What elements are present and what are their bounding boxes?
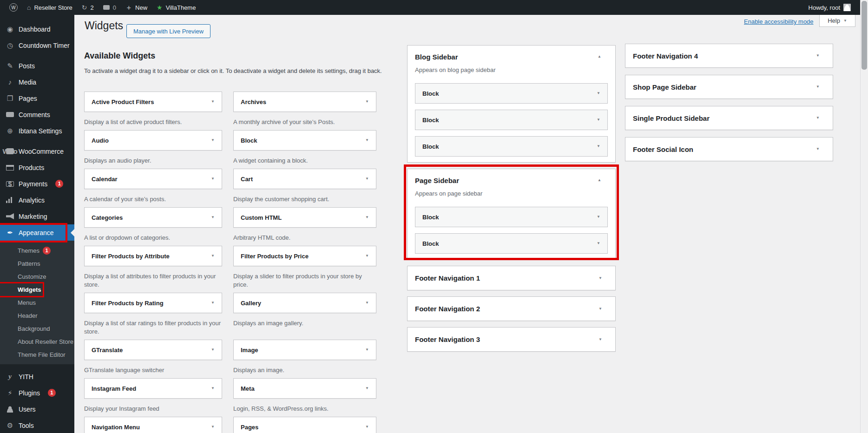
sidebar-card-footer-navigation-3[interactable]: Footer Navigation 3▼ bbox=[407, 327, 616, 352]
sidebar-card-header[interactable]: Page Sidebar▲ bbox=[415, 177, 608, 184]
chevron-down-icon[interactable]: ▼ bbox=[211, 216, 215, 219]
widget-card-categories[interactable]: Categories▼ bbox=[84, 207, 222, 228]
chevron-down-icon[interactable]: ▼ bbox=[816, 147, 820, 151]
updates-menu[interactable]: ↻ 2 bbox=[77, 0, 99, 15]
sidebar-subitem-about-reseller-store[interactable]: About Reseller Store bbox=[0, 335, 74, 348]
sidebar-item-pages[interactable]: ❐Pages bbox=[0, 90, 74, 106]
sidebar-item-analytics[interactable]: Analytics bbox=[0, 192, 74, 208]
new-content-menu[interactable]: ＋ New bbox=[121, 0, 152, 15]
sidebar-card-footer-social-icon[interactable]: Footer Social Icon▼ bbox=[625, 137, 833, 161]
chevron-down-icon[interactable]: ▼ bbox=[598, 338, 602, 341]
chevron-down-icon[interactable]: ▼ bbox=[597, 242, 600, 245]
sidebar-card-footer-navigation-4[interactable]: Footer Navigation 4▼ bbox=[625, 44, 833, 68]
widget-card-meta[interactable]: Meta▼ bbox=[233, 378, 376, 399]
chevron-down-icon[interactable]: ▼ bbox=[598, 276, 602, 280]
chevron-down-icon[interactable]: ▼ bbox=[211, 100, 215, 104]
chevron-down-icon[interactable]: ▼ bbox=[365, 216, 369, 219]
widget-card-gtranslate[interactable]: GTranslate▼ bbox=[84, 340, 222, 360]
site-name-menu[interactable]: ⌂ Reseller Store bbox=[22, 0, 77, 15]
sidebar-item-payments[interactable]: $Payments1 bbox=[0, 176, 74, 192]
chevron-down-icon[interactable]: ▼ bbox=[365, 177, 369, 181]
chevron-down-icon[interactable]: ▼ bbox=[597, 215, 600, 219]
villatheme-menu[interactable]: ★ VillaTheme bbox=[152, 0, 200, 15]
widget-card-filter-products-by-rating[interactable]: Filter Products by Rating▼ bbox=[84, 293, 222, 313]
sidebar-card-single-product-sidebar[interactable]: Single Product Sidebar▼ bbox=[625, 106, 833, 130]
widget-card-cart[interactable]: Cart▼ bbox=[233, 169, 376, 189]
sidebar-item-plugins[interactable]: ⚡Plugins1 bbox=[0, 385, 74, 401]
widget-card-calendar[interactable]: Calendar▼ bbox=[84, 169, 222, 189]
help-tab[interactable]: Help ▼ bbox=[819, 15, 855, 27]
chevron-down-icon[interactable]: ▼ bbox=[816, 54, 820, 58]
sidebar-item-woocommerce[interactable]: WooWooCommerce bbox=[0, 143, 74, 159]
widget-card-active-product-filters[interactable]: Active Product Filters▼ bbox=[84, 92, 222, 112]
sidebar-card-footer-navigation-2[interactable]: Footer Navigation 2▼ bbox=[407, 296, 616, 321]
block-widget-row[interactable]: Block▼ bbox=[415, 83, 608, 104]
chevron-down-icon[interactable]: ▼ bbox=[365, 138, 369, 142]
sidebar-card-header[interactable]: Blog Sidebar▲ bbox=[415, 53, 608, 61]
sidebar-item-media[interactable]: ♪Media bbox=[0, 74, 74, 90]
chevron-down-icon[interactable]: ▼ bbox=[211, 387, 215, 390]
widget-card-gallery[interactable]: Gallery▼ bbox=[233, 293, 376, 313]
sidebar-item-posts[interactable]: ✎Posts bbox=[0, 58, 74, 74]
sidebar-item-appearance[interactable]: ✒Appearance bbox=[0, 224, 74, 241]
sidebar-subitem-theme-file-editor[interactable]: Theme File Editor bbox=[0, 348, 74, 361]
chevron-down-icon[interactable]: ▼ bbox=[816, 85, 820, 89]
block-widget-row[interactable]: Block▼ bbox=[415, 110, 608, 130]
widget-card-audio[interactable]: Audio▼ bbox=[84, 130, 222, 151]
chevron-down-icon[interactable]: ▼ bbox=[816, 116, 820, 120]
widget-card-archives[interactable]: Archives▼ bbox=[233, 92, 376, 112]
sidebar-item-marketing[interactable]: Marketing bbox=[0, 208, 74, 224]
chevron-down-icon[interactable]: ▼ bbox=[365, 348, 369, 352]
manage-live-preview-button[interactable]: Manage with Live Preview bbox=[126, 24, 210, 38]
sidebar-card-shop-page-sidebar[interactable]: Shop Page Sidebar▼ bbox=[625, 75, 833, 99]
widget-card-custom-html[interactable]: Custom HTML▼ bbox=[233, 207, 376, 228]
sidebar-subitem-background[interactable]: Background bbox=[0, 322, 74, 335]
sidebar-item-dashboard[interactable]: ◉Dashboard bbox=[0, 21, 74, 37]
chevron-down-icon[interactable]: ▼ bbox=[597, 92, 600, 95]
widget-card-navigation-menu[interactable]: Navigation Menu▼ bbox=[84, 417, 222, 433]
chevron-down-icon[interactable]: ▼ bbox=[598, 307, 602, 311]
wordpress-logo-menu[interactable]: W bbox=[5, 0, 22, 15]
chevron-down-icon[interactable]: ▼ bbox=[597, 144, 600, 148]
comments-menu[interactable]: 0 bbox=[99, 0, 121, 15]
sidebar-item-yith[interactable]: yYITH bbox=[0, 368, 74, 385]
sidebar-item-countdown-timer[interactable]: ◷Countdown Timer bbox=[0, 37, 74, 53]
page-scrollbar[interactable] bbox=[860, 0, 868, 433]
chevron-up-icon[interactable]: ▲ bbox=[598, 55, 601, 59]
chevron-down-icon[interactable]: ▼ bbox=[365, 425, 369, 429]
chevron-down-icon[interactable]: ▼ bbox=[211, 138, 215, 142]
sidebar-subitem-customize[interactable]: Customize bbox=[0, 270, 74, 283]
chevron-up-icon[interactable]: ▲ bbox=[598, 178, 601, 182]
block-widget-row[interactable]: Block▼ bbox=[415, 207, 608, 227]
widget-card-image[interactable]: Image▼ bbox=[233, 340, 376, 360]
sidebar-subitem-header[interactable]: Header bbox=[0, 309, 74, 322]
accessibility-mode-link[interactable]: Enable accessibility mode bbox=[744, 18, 814, 25]
widget-card-filter-products-by-attribute[interactable]: Filter Products by Attribute▼ bbox=[84, 246, 222, 266]
sidebar-item-ibtana-settings[interactable]: ⊕Ibtana Settings bbox=[0, 123, 74, 139]
chevron-down-icon[interactable]: ▼ bbox=[211, 301, 215, 305]
sidebar-subitem-widgets[interactable]: Widgets bbox=[0, 283, 74, 296]
chevron-down-icon[interactable]: ▼ bbox=[211, 425, 215, 429]
sidebar-item-users[interactable]: Users bbox=[0, 401, 74, 417]
sidebar-subitem-themes[interactable]: Themes1 bbox=[0, 244, 74, 257]
widget-card-pages[interactable]: Pages▼ bbox=[233, 417, 376, 433]
chevron-down-icon[interactable]: ▼ bbox=[365, 100, 369, 104]
widget-card-filter-products-by-price[interactable]: Filter Products by Price▼ bbox=[233, 246, 376, 266]
block-widget-row[interactable]: Block▼ bbox=[415, 136, 608, 157]
scrollbar-thumb[interactable] bbox=[861, 1, 867, 70]
my-account-menu[interactable]: Howdy, root bbox=[804, 0, 855, 15]
chevron-down-icon[interactable]: ▼ bbox=[365, 254, 369, 258]
chevron-down-icon[interactable]: ▼ bbox=[211, 177, 215, 181]
chevron-down-icon[interactable]: ▼ bbox=[597, 118, 600, 122]
sidebar-subitem-menus[interactable]: Menus bbox=[0, 296, 74, 309]
chevron-down-icon[interactable]: ▼ bbox=[211, 348, 215, 352]
sidebar-item-comments[interactable]: Comments bbox=[0, 106, 74, 123]
sidebar-subitem-patterns[interactable]: Patterns bbox=[0, 257, 74, 270]
chevron-down-icon[interactable]: ▼ bbox=[211, 254, 215, 258]
widget-card-block[interactable]: Block▼ bbox=[233, 130, 376, 151]
widget-card-instagram-feed[interactable]: Instagram Feed▼ bbox=[84, 378, 222, 399]
chevron-down-icon[interactable]: ▼ bbox=[365, 387, 369, 390]
chevron-down-icon[interactable]: ▼ bbox=[365, 301, 369, 305]
sidebar-item-tools[interactable]: ⚙Tools bbox=[0, 417, 74, 433]
sidebar-item-products[interactable]: Products bbox=[0, 159, 74, 176]
